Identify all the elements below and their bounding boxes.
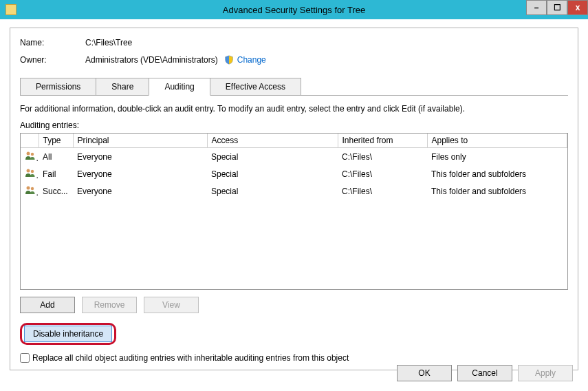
cell-applies: This folder and subfolders [427, 165, 567, 182]
svg-point-4 [27, 187, 30, 190]
column-access[interactable]: Access [207, 134, 338, 148]
tab-effective-access[interactable]: Effective Access [210, 78, 301, 95]
column-principal[interactable]: Principal [73, 134, 207, 148]
users-icon [25, 167, 36, 178]
content-area: Name: C:\Files\Tree Owner: Administrator… [0, 19, 588, 379]
name-value: C:\Files\Tree [85, 38, 132, 47]
cancel-button[interactable]: Cancel [457, 365, 512, 381]
remove-button: Remove [82, 297, 137, 313]
table-row[interactable]: Succ...EveryoneSpecialC:\Files\This fold… [21, 182, 567, 200]
column-icon[interactable] [21, 134, 39, 148]
titlebar: Advanced Security Settings for Tree – ☐ … [0, 0, 588, 19]
security-settings-window: Advanced Security Settings for Tree – ☐ … [0, 0, 588, 391]
change-owner-link[interactable]: Change [237, 55, 266, 65]
tab-bar: Permissions Share Auditing Effective Acc… [20, 78, 568, 96]
svg-point-3 [31, 170, 34, 173]
ok-button[interactable]: OK [397, 365, 452, 381]
svg-point-1 [31, 153, 34, 156]
replace-entries-checkbox[interactable] [20, 353, 30, 363]
svg-point-0 [27, 152, 30, 156]
cell-principal: Everyone [73, 148, 207, 166]
users-icon [25, 150, 36, 161]
dialog-buttons: OK Cancel Apply [397, 365, 573, 381]
owner-label: Owner: [20, 55, 85, 65]
add-button[interactable]: Add [20, 297, 75, 313]
cell-access: Special [207, 165, 338, 182]
row-icon [21, 182, 39, 200]
minimize-button[interactable]: – [526, 0, 547, 15]
tab-auditing[interactable]: Auditing [149, 78, 210, 96]
cell-type: All [39, 148, 73, 166]
entry-buttons: Add Remove View [20, 297, 568, 313]
info-text: For additional information, double-click… [20, 104, 568, 114]
cell-type: Fail [39, 165, 73, 182]
table-row[interactable]: FailEveryoneSpecialC:\Files\This folder … [21, 165, 567, 182]
highlight-annotation: Disable inheritance [20, 323, 116, 345]
apply-button: Apply [518, 365, 573, 381]
cell-type: Succ... [39, 182, 73, 200]
main-panel: Name: C:\Files\Tree Owner: Administrator… [10, 28, 578, 370]
cell-principal: Everyone [73, 182, 207, 200]
cell-inherited: C:\Files\ [338, 182, 427, 200]
tab-permissions[interactable]: Permissions [20, 78, 96, 95]
disable-inheritance-button[interactable]: Disable inheritance [24, 326, 112, 342]
column-applies[interactable]: Applies to [427, 134, 567, 148]
svg-point-2 [27, 169, 30, 173]
cell-applies: Files only [427, 148, 567, 166]
window-title: Advanced Security Settings for Tree [223, 5, 365, 15]
svg-point-5 [31, 187, 34, 190]
name-label: Name: [20, 38, 85, 47]
cell-inherited: C:\Files\ [338, 148, 427, 166]
row-icon [21, 165, 39, 182]
cell-access: Special [207, 148, 338, 166]
table-header-row: Type Principal Access Inherited from App… [21, 134, 567, 148]
column-type[interactable]: Type [39, 134, 73, 148]
tab-share[interactable]: Share [96, 78, 149, 95]
auditing-entries-table[interactable]: Type Principal Access Inherited from App… [20, 133, 568, 290]
row-icon [21, 148, 39, 166]
name-row: Name: C:\Files\Tree [20, 38, 568, 47]
replace-entries-label: Replace all child object auditing entrie… [32, 353, 349, 363]
maximize-button[interactable]: ☐ [547, 0, 567, 15]
replace-entries-row: Replace all child object auditing entrie… [20, 353, 568, 363]
view-button: View [144, 297, 199, 313]
cell-access: Special [207, 182, 338, 200]
window-controls: – ☐ x [526, 0, 588, 15]
folder-icon [6, 4, 17, 15]
users-icon [25, 184, 36, 196]
shield-icon [224, 54, 235, 65]
column-inherited[interactable]: Inherited from [338, 134, 427, 148]
cell-applies: This folder and subfolders [427, 182, 567, 200]
table-row[interactable]: AllEveryoneSpecialC:\Files\Files only [21, 148, 567, 166]
entries-label: Auditing entries: [20, 120, 568, 130]
disable-inheritance-row: Disable inheritance [20, 323, 568, 345]
owner-value: Administrators (VDE\Administrators) [85, 55, 218, 65]
cell-principal: Everyone [73, 165, 207, 182]
owner-row: Owner: Administrators (VDE\Administrator… [20, 54, 568, 65]
auditing-tab-content: For additional information, double-click… [20, 96, 568, 363]
close-button[interactable]: x [567, 0, 588, 15]
cell-inherited: C:\Files\ [338, 165, 427, 182]
